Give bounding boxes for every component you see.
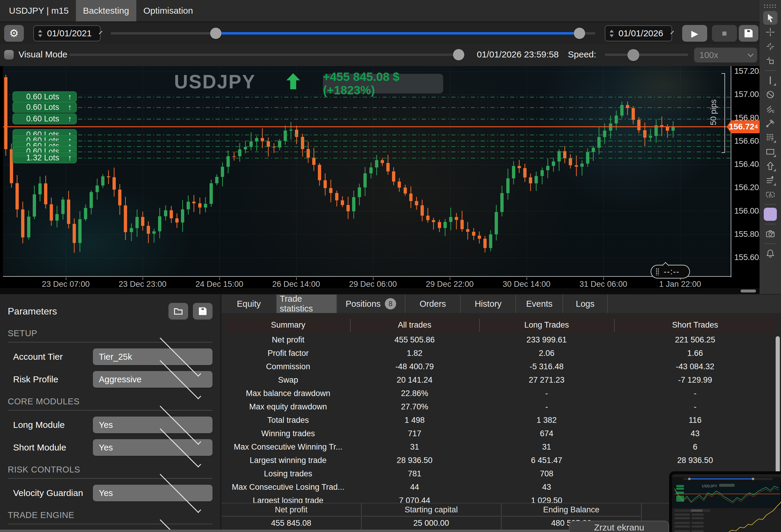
parameter-select-long-module[interactable]: Yes [93,416,212,433]
stats-table-scrollbar[interactable] [776,336,780,476]
visual-mode-checkbox[interactable] [4,50,14,59]
channel-e-tool-button[interactable]: E [763,102,777,116]
parameter-select-short-module[interactable]: Yes [93,439,212,456]
toolbar-grip-icon[interactable] [764,4,777,8]
cursor-tool-button[interactable] [763,11,777,25]
candlestick-plot[interactable]: USDJPY +455 845.08 $ (+1823%) 0.60 Lots↑… [3,66,731,277]
table-row: Winning trades71767443 [226,427,776,440]
start-date-value: 01/01/2021 [47,28,92,38]
pitchfork-tool-button[interactable] [763,116,777,130]
color-swatch-button[interactable] [763,207,777,221]
chart-scrollbar-thumb[interactable] [741,290,756,293]
date-stepper-icon[interactable] [38,30,42,37]
no-draw-tool-button[interactable] [763,88,777,101]
forecast-tool-button[interactable] [763,173,777,187]
stat-value: 1 498 [350,416,479,425]
chart-region: USDJPY +455 845.08 $ (+1823%) 0.60 Lots↑… [0,66,759,294]
playback-progress-track[interactable] [69,53,464,56]
load-parameters-button[interactable] [168,303,188,319]
tab-history[interactable]: History [461,295,516,313]
parameter-label: Risk Profile [13,374,93,385]
bell-icon [765,248,776,259]
open-trade-label[interactable]: 0.60 Lots↑ [12,91,77,102]
stat-name: Total trades [226,416,350,425]
drag-grip-icon[interactable] [656,268,660,275]
playback-progress-handle[interactable] [453,49,464,60]
crosshair-tool-button[interactable] [763,25,777,39]
play-button[interactable]: ▶ [682,25,707,42]
folder-icon [173,306,183,316]
footer-label: Net profit [222,503,361,517]
tab-events[interactable]: Events [516,295,563,313]
candlestick-canvas[interactable] [3,66,731,277]
text-tool-tool-button[interactable]: A [763,188,777,202]
open-trade-label[interactable]: 0.60 Lots↑ [12,114,77,124]
window-tab-usdjpy-m15[interactable]: USDJPY | m15 [2,0,76,21]
rectangle-tool-button[interactable] [763,145,777,159]
stat-value: 2.06 [479,349,614,358]
speed-select[interactable]: 100x [694,48,757,62]
window-tab-backtesting[interactable]: Backtesting [76,0,136,21]
visual-mode-label: Visual Mode [18,49,68,59]
parameter-row: Risk ProfileAggressive [13,371,212,388]
footer-value: 455 845.08 [221,517,361,530]
time-axis[interactable]: 23 Dec 07:0023 Dec 23:0024 Dec 15:0026 D… [0,277,759,288]
start-date-picker[interactable]: 01/01/2021 [33,25,100,41]
price-axis[interactable]: 156.724 157.200157.000156.800156.600156.… [731,66,759,277]
tab-trade-statistics[interactable]: Trade statistics [277,295,337,313]
time-cursor-tooltip[interactable]: --:-- [651,265,690,278]
drawing-toolbar: EFA [759,0,781,294]
tab-logs[interactable]: Logs [563,295,608,313]
fib-grid-tool-button[interactable]: F [763,131,777,144]
open-trade-label[interactable]: 1.32 Lots↑ [12,152,77,163]
tab-orders[interactable]: Orders [405,295,461,313]
parameter-select-value: Tier_25k [99,352,152,362]
open-trade-label[interactable]: 0.60 Lots↑ [12,102,77,113]
parameter-select-account-tier[interactable]: Tier_25k [93,348,212,365]
footer-column: Starting capital25 000.00 [361,503,501,530]
stat-value: 22.86% [350,389,479,398]
settings-button[interactable]: ⚙ [4,25,24,42]
range-slider-right-handle[interactable] [574,28,585,39]
screenshot-button[interactable]: Zrzut ekranu [569,521,669,532]
time-label: 29 Dec 06:00 [349,280,397,289]
crosshair-square-tool-button[interactable] [763,54,777,68]
parameter-select-risk-profile[interactable]: Aggressive [93,371,212,388]
bell-tool-button[interactable] [763,247,777,260]
crosshair-dot-tool-button[interactable] [763,40,777,53]
backtest-preview-thumbnail[interactable]: USDJPY [669,471,781,532]
stat-value: -7 129.99 [614,375,776,385]
date-stepper-icon[interactable] [610,30,614,37]
tab-equity[interactable]: Equity [221,295,277,313]
window-tab-bar: USDJPY | m15BacktestingOptimisation [0,0,781,22]
window-tab-optimisation[interactable]: Optimisation [136,0,200,21]
stat-value: - [479,389,614,398]
chart-horizontal-scrollbar[interactable] [0,288,759,294]
speed-slider-handle[interactable] [627,49,639,61]
tab-positions[interactable]: Positions8 [337,295,405,313]
save-parameters-button[interactable] [193,303,212,319]
vertical-line-tool-button[interactable] [763,74,777,87]
camera-tool-button[interactable] [763,227,777,241]
parameter-label: Velocity Guardian [13,488,93,498]
stat-value: 6 451.47 [479,456,614,465]
stop-button[interactable]: ■ [712,25,737,42]
stat-name: Largest winning trade [226,456,350,465]
stat-value: -48 400.79 [350,362,479,371]
chevron-down-icon [748,51,754,57]
section-divider [8,342,212,343]
stat-name: Max equity drawdown [226,402,350,411]
buy-arrow-icon [285,73,301,90]
range-slider-left-handle[interactable] [210,28,221,39]
speed-slider-track[interactable] [605,53,688,56]
end-date-picker[interactable]: 01/01/2026 [605,25,672,41]
save-run-button[interactable] [739,25,758,42]
parameter-select-velocity-guardian[interactable]: Yes [93,485,212,501]
column-header-all-trades: All trades [350,320,479,330]
chevron-down-icon [99,31,102,34]
pitchfork-icon [765,118,776,129]
parameter-row: Account TierTier_25k [13,348,212,365]
table-row: Max equity drawdown27.70%-- [226,400,776,413]
arrow-shape-tool-button[interactable] [763,159,777,173]
section-title-risk-controls: RISK CONTROLS [8,465,212,475]
